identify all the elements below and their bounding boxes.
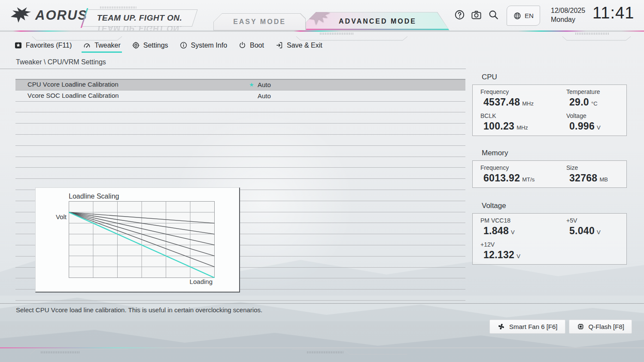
action-buttons: Smart Fan 6 [F6]Q-Flash [F8] (489, 320, 632, 334)
chip-icon (577, 323, 585, 331)
slogan-banner: TEAM UP. FIGHT ON. (82, 9, 198, 27)
metric-label: Temperature (566, 88, 626, 95)
exit-icon (275, 41, 283, 49)
settings-row-empty (15, 135, 465, 146)
button-label: Smart Fan 6 [F6] (509, 323, 558, 330)
sidebar-section-memory: MemoryFrequency6013.92MT/sSize32768MB (472, 149, 627, 188)
metric-unit: V (597, 229, 601, 235)
deco-microtext (320, 33, 354, 35)
menu-item-favorites-f11[interactable]: Favorites (F11) (14, 41, 72, 49)
metric-label: BCLK (480, 112, 566, 119)
metric-label: Frequency (480, 88, 566, 95)
hw-monitor-sidebar: CPUFrequency4537.48MHzTemperature29.0°CB… (472, 73, 627, 278)
help-text: Select CPU Vcore load line calibration. … (16, 306, 262, 314)
metric-label: Size (566, 164, 626, 171)
help-divider (0, 303, 644, 304)
menu-item-label: System Info (191, 42, 227, 49)
metric-label: Frequency (480, 164, 566, 171)
sidebar-section-title: CPU (482, 73, 627, 81)
menu-item-label: Boot (250, 42, 264, 49)
sidebar-section-box: PM VCC181.848V+5V5.040V+12V12.132V (472, 213, 627, 265)
metric-value-row: 1.848V (480, 225, 566, 237)
metric-value: 5.040 (569, 225, 595, 237)
setting-value-text: Auto (258, 81, 271, 88)
bios-screen: AORUS TEAM UP. FIGHT ON. TEAM UP. FIGHT … (0, 0, 644, 362)
setting-label: CPU Vcore Loadline Calibration (27, 79, 118, 90)
menu-item-tweaker[interactable]: Tweaker (83, 41, 120, 49)
header: AORUS TEAM UP. FIGHT ON. TEAM UP. FIGHT … (0, 0, 644, 31)
deco-line (292, 349, 408, 355)
sidebar-section-voltage: VoltagePM VCC181.848V+5V5.040V+12V12.132… (472, 202, 627, 265)
settings-row-vcore-soc-loadline-calibration[interactable]: Vcore SOC Loadline CalibrationAuto (15, 90, 465, 102)
settings-row-empty (15, 168, 465, 179)
metric-voltage: Voltage0.996V (566, 112, 626, 132)
brand-name: AORUS (35, 8, 88, 23)
loadline-chart (69, 201, 215, 280)
sidebar-section-box: Frequency6013.92MT/sSize32768MB (472, 160, 627, 188)
metric-frequency: Frequency4537.48MHz (480, 88, 566, 108)
settings-row-cpu-vcore-loadline-calibration[interactable]: CPU Vcore Loadline Calibration★Auto (15, 79, 465, 90)
metric-value-row: 6013.92MT/s (480, 172, 566, 184)
sidebar-section-title: Voltage (482, 202, 627, 210)
screenshot-camera-icon[interactable] (471, 9, 482, 21)
settings-row-empty (15, 112, 465, 124)
gauge-icon (83, 41, 91, 49)
tab-easy-mode[interactable]: EASY MODE (213, 13, 306, 30)
aorus-logo: AORUS (9, 6, 88, 24)
header-divider (0, 30, 644, 32)
button-smart-fan-6-f6[interactable]: Smart Fan 6 [F6] (489, 320, 565, 334)
date-text: 12/08/2025 (551, 7, 585, 15)
metric-5v: +5V5.040V (566, 217, 626, 237)
metric-value: 32768 (569, 172, 597, 184)
tab-label: EASY MODE (233, 18, 286, 26)
menu-item-label: Tweaker (94, 42, 120, 49)
settings-row-empty (15, 124, 465, 135)
metric-value-row: 12.132V (480, 249, 566, 261)
menu-item-label: Save & Exit (287, 42, 322, 49)
setting-value: Auto (249, 90, 271, 101)
menu-item-label: Settings (143, 42, 168, 49)
fan-icon (497, 323, 505, 331)
metric-unit: MHz (516, 124, 528, 131)
setting-label: Vcore SOC Loadline Calibration (27, 90, 119, 101)
metric-value-row: 32768MB (566, 172, 626, 184)
globe-icon (513, 12, 522, 20)
tab-label: ADVANCED MODE (339, 18, 416, 25)
metric-label: PM VCC18 (480, 217, 566, 224)
aorus-falcon-icon (9, 6, 32, 24)
weekday-text: Monday (551, 16, 575, 24)
metric-value: 100.23 (483, 121, 514, 132)
metric-unit: V (516, 253, 520, 259)
advanced-mode-falcon-icon (307, 6, 331, 27)
metric-unit: MT/s (522, 176, 535, 183)
metric-value: 1.848 (483, 225, 509, 237)
info-icon (179, 41, 188, 49)
metric-value-row: 0.996V (566, 121, 626, 132)
metric-unit: V (511, 229, 515, 235)
metric-unit: °C (591, 100, 598, 107)
help-icon[interactable] (454, 9, 465, 21)
menu-item-label: Favorites (F11) (26, 42, 72, 49)
search-icon[interactable] (488, 9, 499, 21)
menu-item-system-info[interactable]: System Info (179, 41, 227, 49)
breadcrumb: Tweaker \ CPU/VRM Settings (16, 58, 106, 66)
time-text: 11:41 (592, 4, 634, 22)
slogan-text: TEAM UP. FIGHT ON. (85, 10, 194, 26)
menu-item-save-exit[interactable]: Save & Exit (275, 41, 322, 49)
deco-microtext (307, 351, 343, 353)
bottom-decoration (0, 347, 644, 348)
sidebar-section-box: Frequency4537.48MHzTemperature29.0°CBCLK… (472, 84, 627, 136)
button-q-flash-f8[interactable]: Q-Flash [F8] (569, 320, 632, 334)
chart-title: Loadline Scaling (69, 193, 119, 200)
metric-value-row: 100.23MHz (480, 121, 566, 132)
metric-value: 4537.48 (483, 97, 520, 108)
language-button[interactable]: EN (507, 6, 540, 26)
favorite-star-icon: ★ (249, 81, 258, 88)
menu-item-settings[interactable]: Settings (132, 41, 168, 49)
metric-frequency: Frequency6013.92MT/s (480, 164, 566, 184)
tab-advanced-mode[interactable]: ADVANCED MODE (306, 12, 450, 30)
language-label: EN (525, 12, 534, 19)
metric-value: 6013.92 (483, 172, 520, 184)
deco-line (296, 36, 408, 41)
menu-item-boot[interactable]: Boot (238, 41, 264, 49)
